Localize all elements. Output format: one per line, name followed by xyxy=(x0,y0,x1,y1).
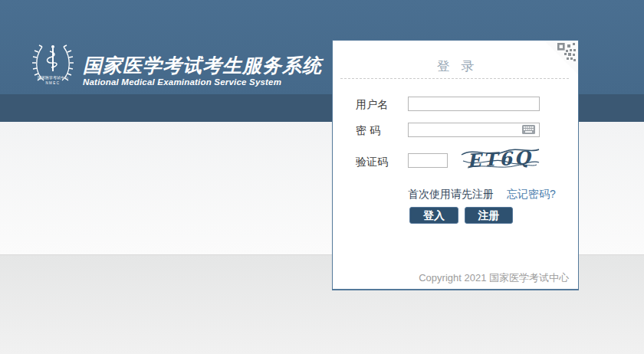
login-button[interactable]: 登入 xyxy=(409,207,458,224)
links-row: 首次使用请先注册 忘记密码? xyxy=(408,188,556,202)
register-hint-link[interactable]: 首次使用请先注册 xyxy=(408,188,494,200)
captcha-input[interactable] xyxy=(408,153,448,168)
logo-caption-en: NMEC xyxy=(45,81,60,85)
password-input[interactable] xyxy=(408,123,540,137)
login-panel: 登 录 用户名 密 码 验证码 ET6Q xyxy=(332,40,579,290)
password-label: 密 码 xyxy=(356,124,380,138)
forgot-password-link[interactable]: 忘记密码? xyxy=(507,188,556,200)
register-button[interactable]: 注册 xyxy=(465,207,513,224)
divider xyxy=(340,78,569,79)
login-title: 登 录 xyxy=(333,57,578,75)
page: 国家医学考试中心 NMEC 国家医学考试考生服务系统 National Medi… xyxy=(0,0,644,354)
logo-caption-cn: 国家医学考试中心 xyxy=(38,75,68,80)
page-title: 国家医学考试考生服务系统 xyxy=(83,54,322,76)
captcha-label: 验证码 xyxy=(356,156,388,169)
copyright-text: Copyright 2021 国家医学考试中心 xyxy=(419,271,569,285)
nmec-emblem-icon: 国家医学考试中心 NMEC xyxy=(29,42,77,90)
username-label: 用户名 xyxy=(356,98,388,112)
brand: 国家医学考试中心 NMEC 国家医学考试考生服务系统 National Medi… xyxy=(29,42,322,90)
username-input[interactable] xyxy=(408,97,540,111)
title-block: 国家医学考试考生服务系统 National Medical Examinatio… xyxy=(83,54,322,87)
page-subtitle: National Medical Examination Service Sys… xyxy=(83,77,322,87)
captcha-image[interactable]: ET6Q xyxy=(460,145,540,172)
keyboard-icon[interactable] xyxy=(522,125,535,134)
